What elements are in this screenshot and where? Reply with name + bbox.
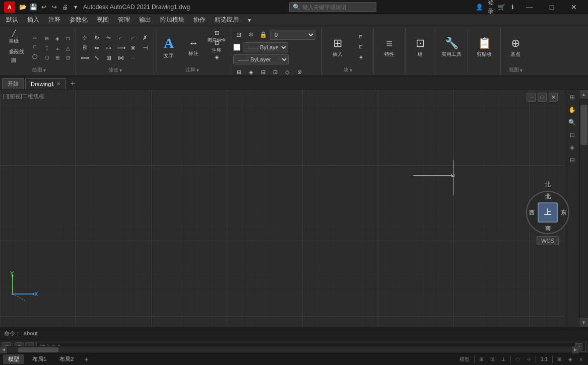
erase-tool[interactable]: ✗ [140, 32, 151, 43]
open-button[interactable]: 📂 [18, 3, 27, 12]
layer-dropdown[interactable]: 0 [270, 30, 315, 40]
print-button[interactable]: 🖨 [60, 3, 70, 12]
compass-ring[interactable]: 北 南 东 西 上 [526, 191, 569, 234]
layer-btn-2[interactable]: ◈ [245, 66, 256, 76]
base-point-btn[interactable]: ⊕ 基点 [504, 33, 527, 61]
grid-toggle-btn[interactable]: ⊞ [477, 356, 486, 362]
ortho-toggle-btn[interactable]: ⊥ [499, 356, 508, 362]
view-group-label[interactable]: 视图 ▾ [504, 65, 527, 75]
offset-tool[interactable]: ⟿ [115, 42, 126, 53]
object-snap-btn[interactable]: ⊹ [525, 356, 534, 362]
close-tab-drawing1[interactable]: ✕ [56, 81, 60, 87]
ellipse-tool[interactable]: ◯ [29, 52, 40, 61]
tab-model[interactable]: 模型 [3, 354, 24, 364]
layer-btn-6[interactable]: ⊗ [294, 66, 305, 76]
draw-group-label[interactable]: 绘图 ▾ [5, 65, 73, 75]
annotate-group-label[interactable]: 注释 ▾ [157, 65, 227, 75]
snap-toggle-btn[interactable]: ⊡ [488, 356, 497, 362]
menu-annotate[interactable]: 注释 [44, 15, 64, 26]
add-layout-button[interactable]: + [82, 355, 91, 364]
close-button[interactable]: ✕ [564, 0, 584, 14]
polyline-tool[interactable]: ⌒ 多段线 [5, 42, 28, 51]
bottom-scroll-thumb[interactable] [18, 347, 58, 352]
draw-tool-7[interactable]: ⬡ [41, 52, 52, 63]
draw-dropdown-arrow[interactable]: ▾ [43, 67, 46, 73]
user-icon[interactable]: 👤 [475, 3, 484, 12]
canvas-area[interactable]: [-][俯视]二维线框 — □ ✕ 北 北 南 东 西 上 WCS ⊞ ✋ 🔍 … [0, 90, 588, 327]
menu-more[interactable]: ▾ [244, 15, 255, 26]
scroll-down-btn[interactable]: ▼ [579, 318, 589, 327]
side-icon-1[interactable]: ⊞ [567, 92, 578, 103]
customise-button[interactable]: ▾ [71, 3, 80, 12]
text-tool[interactable]: A 文字 [157, 33, 180, 61]
layer-freeze-btn[interactable]: ❄ [245, 29, 256, 40]
vp-close-btn[interactable]: ✕ [549, 93, 558, 102]
save-button[interactable]: 💾 [29, 3, 38, 12]
modify-dropdown-arrow[interactable]: ▾ [119, 67, 122, 73]
layer-btn-5[interactable]: ◇ [282, 66, 293, 76]
menu-manage[interactable]: 管理 [114, 15, 134, 26]
app-icon[interactable]: A [4, 2, 15, 13]
clipboard-btn[interactable]: 📋 剪贴板 [471, 33, 497, 61]
lineweight-dropdown[interactable]: —— ByLayer [233, 54, 289, 64]
side-icon-5[interactable]: ◈ [567, 142, 578, 153]
fillet-tool[interactable]: ⌐ [115, 32, 126, 43]
group-btn[interactable]: ⊡ 组 [409, 33, 432, 61]
dimension-tool[interactable]: ↔ 标注 [182, 33, 205, 61]
add-tab-button[interactable]: + [67, 78, 78, 89]
copy-tool[interactable]: ⎘ [79, 42, 90, 53]
login-button[interactable]: 登录 [486, 3, 495, 12]
menu-collaborate[interactable]: 协作 [189, 15, 210, 26]
scroll-thumb-right[interactable] [580, 105, 587, 145]
shape-tool[interactable]: □ [29, 42, 40, 51]
annotation-scale-btn[interactable]: ◈ [566, 356, 575, 362]
utilities-btn[interactable]: 🔧 实用工具 [438, 33, 465, 61]
arc-tool[interactable]: ⌓ [29, 33, 40, 42]
vp-minimize-btn[interactable]: — [527, 93, 536, 102]
info-icon[interactable]: ℹ [508, 3, 517, 12]
menu-output[interactable]: 输出 [135, 15, 155, 26]
scroll-left-btn[interactable]: ◀ [0, 346, 7, 353]
block-btn-2[interactable]: ⊡ [351, 42, 370, 51]
undo-button[interactable]: ↩ [39, 3, 48, 12]
move-tool[interactable]: ⊹ [79, 32, 90, 43]
layer-btn-3[interactable]: ⊟ [257, 66, 269, 76]
properties-btn[interactable]: ≡ 特性 [377, 33, 402, 61]
minimize-button[interactable]: — [519, 0, 540, 14]
tab-start[interactable]: 开始 [2, 78, 24, 89]
block-btn-1[interactable]: ⊟ [351, 32, 370, 41]
draw-tool-9[interactable]: ⊡ [62, 52, 74, 63]
polar-toggle-btn[interactable]: ◌ [513, 356, 522, 362]
wcs-label[interactable]: WCS [537, 236, 559, 245]
compass-center[interactable]: 上 [538, 202, 558, 223]
scale-tool[interactable]: ⤡ [91, 52, 102, 63]
menu-insert[interactable]: 插入 [23, 15, 43, 26]
tab-layout1[interactable]: 布局1 [27, 354, 51, 364]
annot-scale-tool[interactable]: ◈ [207, 52, 227, 61]
insert-block-btn[interactable]: ⊞ 插入 [325, 33, 350, 61]
menu-featured[interactable]: 精选应用 [211, 15, 243, 26]
menu-parametric[interactable]: 参数化 [66, 15, 92, 26]
linetype-dropdown[interactable]: —— ByLayer [243, 42, 288, 52]
annotate-dropdown-arrow[interactable]: ▾ [197, 67, 199, 73]
array-tool[interactable]: ⊞ [103, 52, 114, 63]
vp-maximize-btn[interactable]: □ [538, 93, 547, 102]
model-space-btn[interactable]: 模型 [457, 355, 472, 363]
side-icon-2[interactable]: ✋ [567, 104, 578, 115]
modify-more[interactable]: ⋯ [127, 52, 139, 63]
modify-group-label[interactable]: 修改 ▾ [79, 65, 151, 75]
block-btn-3[interactable]: ◈ [351, 52, 370, 61]
right-scrollbar[interactable]: ▲ ▼ [579, 90, 588, 327]
rotate-tool[interactable]: ↻ [91, 32, 102, 43]
redo-button[interactable]: ↪ [50, 3, 59, 12]
hatch-tool[interactable]: ⊟注释 [207, 42, 227, 51]
block-group-label[interactable]: 块 ▾ [325, 65, 370, 75]
search-bar[interactable]: 🔍 [289, 2, 376, 12]
maximize-button[interactable]: □ [542, 0, 562, 14]
trim-tool[interactable]: ✁ [103, 32, 114, 43]
cart-icon[interactable]: 🛒 [497, 3, 506, 12]
scroll-up-btn[interactable]: ▲ [579, 90, 589, 99]
view-dropdown-arrow[interactable]: ▾ [520, 67, 522, 73]
custom-ui-btn[interactable]: ≡ [577, 356, 585, 362]
side-icon-3[interactable]: 🔍 [567, 117, 578, 128]
